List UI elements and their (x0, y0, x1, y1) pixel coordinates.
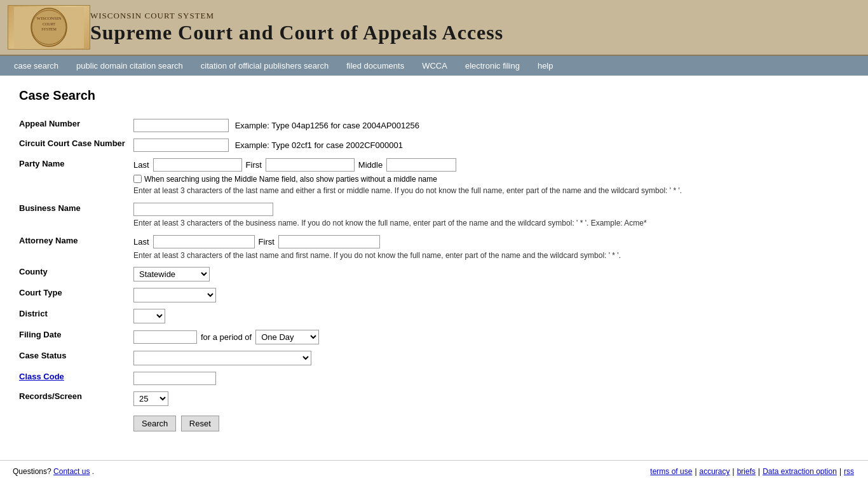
party-first-input[interactable] (266, 158, 355, 172)
party-name-cell: Last First Middle When searching using t… (133, 155, 688, 200)
circuit-court-label: Circuit Court Case Number (19, 135, 133, 155)
business-name-cell: Enter at least 3 characters of the busin… (133, 200, 688, 232)
records-screen-cell: 25 50 75 100 (133, 388, 688, 409)
search-button[interactable]: Search (133, 416, 176, 431)
appeal-number-hint: Example: Type 04ap1256 for case 2004AP00… (235, 121, 419, 130)
nav-case-search[interactable]: case search (5, 56, 67, 76)
period-select[interactable]: One Day One Week One Month One Year (255, 330, 319, 344)
party-middle-input[interactable] (386, 158, 456, 172)
attorney-first-label: First (259, 237, 275, 247)
page-footer: Questions? Contact us . terms of use | a… (0, 460, 868, 482)
circuit-court-hint: Example: Type 02cf1 for case 2002CF00000… (235, 140, 403, 150)
nav-filed-documents[interactable]: filed documents (337, 56, 413, 76)
nav-electronic-filing[interactable]: electronic filing (456, 56, 529, 76)
filing-date-input[interactable] (133, 330, 197, 344)
business-name-label: Business Name (19, 200, 133, 232)
attorney-first-input[interactable] (278, 235, 380, 248)
briefs-link[interactable]: briefs (737, 467, 756, 476)
contact-link[interactable]: Contact us (53, 467, 90, 476)
nav-wcca[interactable]: WCCA (413, 56, 456, 76)
party-last-input[interactable] (153, 158, 242, 172)
county-select[interactable]: Statewide (133, 267, 210, 281)
first-label: First (246, 160, 262, 170)
middle-name-checkbox-label: When searching using the Middle Name fie… (144, 175, 437, 184)
accuracy-link[interactable]: accuracy (700, 467, 730, 476)
nav-public-domain[interactable]: public domain citation search (67, 56, 192, 76)
nav-help[interactable]: help (529, 56, 562, 76)
class-code-cell (133, 369, 688, 388)
footer-left: Questions? Contact us . (13, 467, 94, 476)
site-logo: WISCONSIN COURT SYSTEM (8, 5, 90, 50)
site-header: WISCONSIN COURT SYSTEM Wisconsin Court S… (0, 0, 868, 56)
party-name-label: Party Name (19, 155, 133, 200)
footer-right: terms of use | accuracy | briefs | Data … (649, 467, 855, 476)
court-type-label: Court Type (19, 285, 133, 306)
attorney-hint: Enter at least 3 characters of the last … (133, 250, 682, 261)
records-screen-label: Records/Screen (19, 388, 133, 409)
attorney-name-cell: Last First Enter at least 3 characters o… (133, 232, 688, 264)
attorney-last-label: Last (133, 237, 149, 247)
middle-label: Middle (358, 160, 383, 170)
main-content: Case Search Appeal Number Example: Type … (0, 76, 851, 447)
svg-text:COURT: COURT (43, 22, 55, 26)
footer-period: . (92, 467, 94, 476)
reset-button[interactable]: Reset (181, 416, 219, 431)
attorney-last-input[interactable] (153, 235, 255, 248)
appeal-number-cell: Example: Type 04ap1256 for case 2004AP00… (133, 116, 688, 135)
court-type-cell (133, 285, 688, 306)
filing-date-cell: for a period of One Day One Week One Mon… (133, 327, 688, 348)
district-select[interactable] (133, 309, 165, 323)
for-a-period-of-label: for a period of (201, 332, 252, 342)
district-label: District (19, 306, 133, 327)
class-code-input[interactable] (133, 372, 216, 385)
middle-name-checkbox[interactable] (133, 175, 142, 183)
form-buttons: Search Reset (133, 409, 688, 435)
class-code-link[interactable]: Class Code (19, 372, 64, 381)
navigation-bar: case search public domain citation searc… (0, 56, 868, 76)
party-hint: Enter at least 3 characters of the last … (133, 186, 682, 196)
county-cell: Statewide (133, 264, 688, 285)
attorney-name-label: Attorney Name (19, 232, 133, 264)
page-title: Case Search (19, 88, 832, 103)
business-name-input[interactable] (133, 203, 273, 216)
rss-link[interactable]: rss (844, 467, 854, 476)
header-text: Wisconsin Court System Supreme Court and… (90, 11, 503, 44)
terms-of-use-link[interactable]: terms of use (650, 467, 692, 476)
header-title: Supreme Court and Court of Appeals Acces… (90, 21, 503, 44)
nav-citation-official[interactable]: citation of official publishers search (192, 56, 337, 76)
records-screen-select[interactable]: 25 50 75 100 (133, 391, 168, 406)
circuit-court-input[interactable] (133, 139, 229, 152)
search-form: Appeal Number Example: Type 04ap1256 for… (19, 116, 688, 435)
svg-text:SYSTEM: SYSTEM (41, 27, 57, 31)
court-type-select[interactable] (133, 288, 216, 302)
business-hint: Enter at least 3 characters of the busin… (133, 218, 682, 229)
appeal-number-label: Appeal Number (19, 116, 133, 135)
case-status-select[interactable] (133, 351, 311, 365)
appeal-number-input[interactable] (133, 119, 229, 132)
last-label: Last (133, 160, 149, 170)
filing-date-label: Filing Date (19, 327, 133, 348)
case-status-cell (133, 348, 688, 369)
county-label: County (19, 264, 133, 285)
questions-text: Questions? (13, 467, 51, 476)
district-cell (133, 306, 688, 327)
header-subtitle: Wisconsin Court System (90, 11, 503, 21)
svg-text:WISCONSIN: WISCONSIN (37, 16, 62, 21)
case-status-label: Case Status (19, 348, 133, 369)
circuit-court-cell: Example: Type 02cf1 for case 2002CF00000… (133, 135, 688, 155)
data-extraction-link[interactable]: Data extraction option (763, 467, 837, 476)
